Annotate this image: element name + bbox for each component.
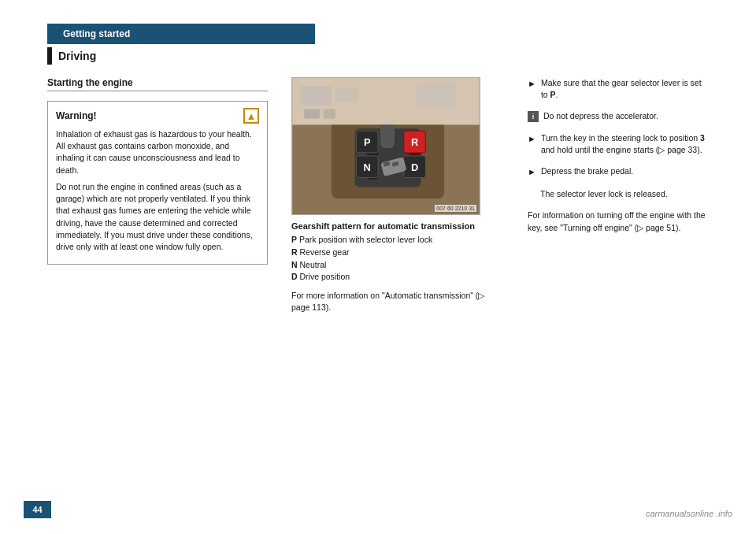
svg-text:P: P xyxy=(364,136,371,148)
note-text-1: Do not depress the accelerator. xyxy=(543,110,658,122)
arrow-icon-1: ► xyxy=(528,78,536,91)
gear-list: P Park position with selector lever lock… xyxy=(291,234,504,284)
bullet-item-1: ► Make sure that the gear selector lever… xyxy=(528,77,709,101)
warning-title: Warning! xyxy=(56,110,97,121)
bullet-text-3: Depress the brake pedal. xyxy=(541,165,709,177)
svg-text:R: R xyxy=(411,136,419,148)
content-area: Starting the engine Warning! ▲ Inhalatio… xyxy=(0,77,756,534)
arrow-icon-3: ► xyxy=(528,166,536,179)
position-3-bold: 3 xyxy=(700,133,705,143)
right-column: ► Make sure that the gear selector lever… xyxy=(528,77,709,534)
list-item: N Neutral xyxy=(291,259,504,272)
warning-header: Warning! ▲ xyxy=(56,108,259,124)
header-bar: Getting started xyxy=(47,24,315,44)
arrow-icon-2: ► xyxy=(528,133,536,146)
watermark: carmanualsonline .info xyxy=(646,509,732,518)
subsection-title: Starting the engine xyxy=(47,77,268,91)
gear-d: D xyxy=(291,272,298,281)
warning-triangle-icon: ▲ xyxy=(243,108,259,124)
gear-p-bold: P xyxy=(550,90,556,99)
list-item: R Reverse gear xyxy=(291,247,504,259)
more-info-text: For more information on "Automatic trans… xyxy=(291,290,504,313)
gear-n: N xyxy=(291,260,298,269)
gear-r-desc: Reverse gear xyxy=(300,247,350,257)
svg-rect-22 xyxy=(417,84,456,108)
left-column: Starting the engine Warning! ▲ Inhalatio… xyxy=(47,77,268,534)
bullet-item-3: ► Depress the brake pedal. xyxy=(528,165,709,179)
gear-p: P xyxy=(291,235,297,244)
bullet-text-2: Turn the key in the steering lock to pos… xyxy=(541,132,709,156)
for-info-text: For information on turning off the engin… xyxy=(528,210,709,235)
note-icon-1: i xyxy=(528,111,539,122)
gear-p-desc: Park position with selector lever lock xyxy=(299,235,432,244)
image-code: 007 60 2210 31 xyxy=(435,205,476,212)
release-note: The selector lever lock is released. xyxy=(540,188,709,200)
page-number: 44 xyxy=(24,501,51,518)
gear-d-desc: Drive position xyxy=(300,272,350,281)
section-title: Driving xyxy=(58,50,96,62)
middle-column: P N R D xyxy=(291,77,504,534)
gear-n-desc: Neutral xyxy=(300,260,327,269)
section-bar-icon xyxy=(47,47,52,65)
svg-text:N: N xyxy=(364,161,371,173)
list-item: P Park position with selector lever lock xyxy=(291,234,504,247)
note-box-1: i Do not depress the accelerator. xyxy=(528,110,709,122)
svg-rect-24 xyxy=(324,109,335,119)
svg-rect-20 xyxy=(300,86,332,106)
svg-rect-23 xyxy=(304,109,320,119)
gear-image: P N R D xyxy=(291,77,480,215)
svg-text:D: D xyxy=(411,161,418,173)
bullet-text-1: Make sure that the gear selector lever i… xyxy=(541,77,709,101)
image-caption-title: Gearshift pattern for automatic transmis… xyxy=(291,221,504,231)
bullet-item-2: ► Turn the key in the steering lock to p… xyxy=(528,132,709,156)
warning-paragraph-2: Do not run the engine in confined areas … xyxy=(56,181,259,253)
svg-rect-21 xyxy=(335,87,359,103)
header-title: Getting started xyxy=(63,28,130,39)
warning-box: Warning! ▲ Inhalation of exhaust gas is … xyxy=(47,101,268,265)
section-label: Driving xyxy=(47,47,756,65)
list-item: D Drive position xyxy=(291,271,504,284)
gear-r: R xyxy=(291,247,298,257)
warning-paragraph-1: Inhalation of exhaust gas is hazardous t… xyxy=(56,128,259,176)
